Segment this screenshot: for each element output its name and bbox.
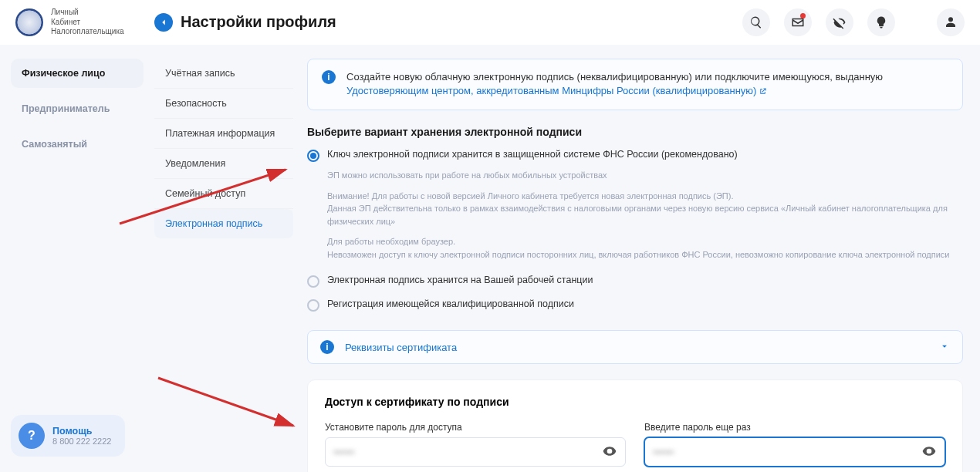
help-widget[interactable]: ? Помощь 8 800 222 2222 [11, 415, 125, 457]
eye-off-icon [833, 15, 847, 29]
search-icon [749, 15, 763, 29]
help-icon: ? [19, 423, 45, 449]
chevron-down-icon [939, 341, 950, 354]
search-button[interactable] [742, 8, 770, 36]
back-button[interactable] [154, 13, 173, 32]
external-link-icon [759, 87, 767, 96]
toggle-visibility-button[interactable] [921, 443, 937, 461]
radio-label: Электронная подпись хранится на Вашей ра… [327, 275, 593, 285]
subnav-family[interactable]: Семейный доступ [154, 179, 293, 209]
page-title: Настройки профиля [181, 13, 336, 31]
radio-label: Ключ электронной подписи хранится в защи… [327, 149, 738, 160]
profile-button[interactable] [937, 8, 965, 36]
visibility-button[interactable] [826, 8, 853, 36]
toggle-visibility-button[interactable] [602, 443, 617, 461]
certificate-details-toggle[interactable]: i Реквизиты сертификата [307, 330, 963, 364]
app-logo[interactable]: Личный Кабинет Налогоплательщика [15, 8, 154, 37]
user-icon [944, 15, 958, 29]
collapsible-title: Реквизиты сертификата [345, 342, 928, 353]
info-icon: i [320, 340, 334, 354]
subnav-payment[interactable]: Платежная информация [154, 119, 293, 149]
password-confirm-input-wrapper [644, 437, 945, 467]
notification-dot [800, 13, 806, 19]
info-banner: i Создайте новую облачную электронную по… [307, 59, 963, 111]
help-phone: 8 800 222 2222 [52, 437, 111, 446]
radio-note: Внимание! Для работы с новой версией Лич… [327, 190, 963, 228]
emblem-icon [15, 8, 43, 36]
password-input-wrapper [325, 437, 626, 467]
password-confirm-input[interactable] [653, 447, 921, 458]
role-tab-entrepreneur[interactable]: Предприниматель [11, 94, 144, 123]
storage-section-title: Выберите вариант хранения электронной по… [307, 126, 963, 138]
role-tab-self-employed[interactable]: Самозанятый [11, 130, 144, 159]
certificate-access-card: Доступ к сертификату по подписи Установи… [307, 379, 963, 472]
radio-subtext: ЭП можно использовать при работе на любы… [327, 170, 963, 181]
radio-option-local[interactable] [307, 275, 319, 288]
subnav-account[interactable]: Учётная запись [154, 59, 293, 89]
logo-text: Личный Кабинет Налогоплательщика [51, 8, 124, 37]
theme-button[interactable] [867, 8, 895, 36]
subnav-esign[interactable]: Электронная подпись [154, 209, 293, 238]
eye-icon [602, 443, 617, 459]
arrow-left-icon [158, 17, 169, 28]
lightbulb-icon [874, 15, 888, 29]
radio-note: Для работы необходим браузер. Невозможен… [327, 235, 963, 261]
info-icon: i [322, 70, 336, 84]
subnav-notifications[interactable]: Уведомления [154, 149, 293, 179]
banner-text: Создайте новую облачную электронную подп… [346, 71, 883, 83]
help-title: Помощь [52, 426, 111, 437]
radio-label: Регистрация имеющейся квалифицированной … [327, 298, 574, 309]
subnav-security[interactable]: Безопасность [154, 89, 293, 119]
password-label: Установите пароль для доступа [325, 422, 626, 433]
banner-link[interactable]: Удостоверяющим центром, аккредитованным … [346, 85, 767, 96]
eye-icon [921, 443, 937, 459]
radio-option-fns-cloud[interactable] [307, 150, 319, 162]
password-input[interactable] [333, 447, 602, 458]
messages-button[interactable] [784, 8, 812, 36]
role-tab-individual[interactable]: Физическое лицо [11, 59, 144, 88]
access-title: Доступ к сертификату по подписи [325, 396, 945, 408]
radio-option-register-existing[interactable] [307, 299, 319, 312]
password-confirm-label: Введите пароль еще раз [644, 422, 945, 433]
